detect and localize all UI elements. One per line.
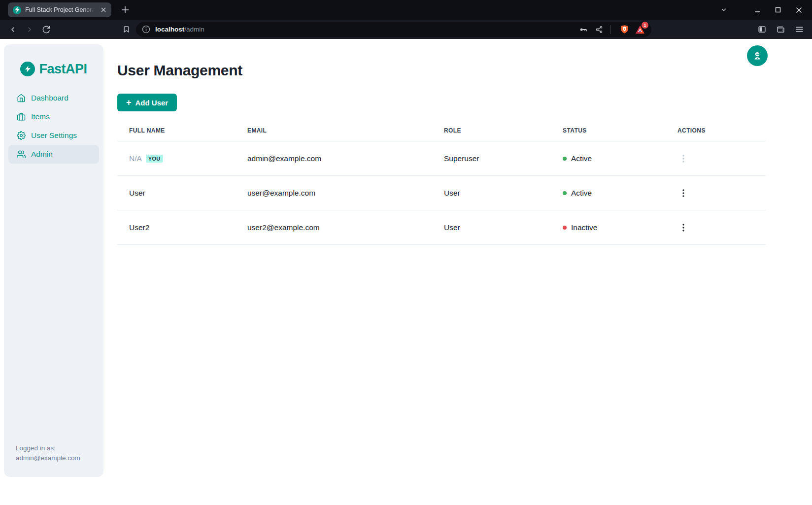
status-dot-active: [563, 157, 567, 161]
user-role: User: [432, 210, 551, 245]
user-menu-button[interactable]: [747, 45, 768, 66]
row-actions-menu-button[interactable]: [677, 186, 689, 200]
fastapi-logo: FastAPI: [4, 59, 103, 79]
logged-in-label: Logged in as:: [16, 443, 92, 453]
site-info-icon[interactable]: [142, 25, 150, 34]
tab-close-icon[interactable]: [100, 6, 107, 14]
user-full-name: User2: [117, 210, 236, 245]
status-dot-active: [563, 191, 567, 195]
home-icon: [17, 94, 26, 102]
brave-rewards-icon[interactable]: 1: [634, 23, 646, 36]
forward-button[interactable]: [23, 23, 36, 36]
wallet-icon[interactable]: [774, 23, 787, 36]
users-icon: [17, 150, 26, 159]
sidebar-item-label: Items: [31, 112, 50, 121]
user-role: User: [432, 176, 551, 210]
sidebar-item-dashboard[interactable]: Dashboard: [8, 89, 99, 107]
add-user-button[interactable]: + Add User: [117, 94, 177, 111]
table-row: User user@example.com User Active: [117, 176, 766, 210]
user-email: user2@example.com: [236, 210, 432, 245]
window-maximize-button[interactable]: [772, 3, 784, 16]
url-host: localhost: [155, 26, 184, 33]
table-header-row: FULL NAME EMAIL ROLE STATUS ACTIONS: [117, 127, 766, 141]
table-row: User2 user2@example.com User Inactive: [117, 210, 766, 245]
new-tab-button[interactable]: [118, 3, 132, 17]
user-full-name: N/A: [129, 154, 142, 163]
status-dot-inactive: [563, 226, 567, 230]
browser-tabstrip: Full Stack Project Genera: [0, 0, 812, 20]
col-full-name: FULL NAME: [117, 127, 236, 141]
user-astronaut-icon: [752, 51, 762, 61]
back-button[interactable]: [6, 23, 20, 36]
user-email: user@example.com: [236, 176, 432, 210]
you-badge: YOU: [146, 155, 163, 163]
add-user-label: Add User: [135, 99, 169, 107]
table-row: N/AYOU admin@example.com Superuser Activ…: [117, 141, 766, 176]
logged-in-footer: Logged in as: admin@example.com: [4, 443, 103, 477]
browser-tab[interactable]: Full Stack Project Genera: [8, 2, 111, 17]
bookmark-icon[interactable]: [119, 23, 133, 36]
status-label: Inactive: [571, 223, 597, 232]
col-email: EMAIL: [236, 127, 432, 141]
browser-toolbar: localhost/admin 1: [0, 20, 812, 39]
url-text[interactable]: localhost/admin: [155, 26, 574, 33]
side-panel-icon[interactable]: [755, 23, 769, 36]
status-label: Active: [571, 189, 592, 198]
col-actions: ACTIONS: [666, 127, 766, 141]
col-status: STATUS: [551, 127, 666, 141]
row-actions-menu-button[interactable]: [677, 221, 689, 235]
page-title: User Management: [117, 62, 812, 79]
sidebar-item-label: User Settings: [31, 131, 77, 140]
menu-hamburger-icon[interactable]: [792, 23, 806, 36]
sidebar-item-label: Dashboard: [31, 94, 68, 102]
user-full-name: User: [117, 176, 236, 210]
toolbar-divider: [610, 25, 611, 34]
logo-text: FastAPI: [39, 62, 87, 77]
sidebar: FastAPI Dashboard Items User Settings Ad…: [4, 44, 103, 477]
password-key-icon[interactable]: [577, 23, 590, 36]
brave-shield-icon[interactable]: [618, 23, 631, 36]
col-role: ROLE: [432, 127, 551, 141]
sidebar-nav: Dashboard Items User Settings Admin: [4, 89, 103, 164]
fastapi-favicon-icon: [13, 6, 21, 14]
main-content: User Management + Add User FULL NAME EMA…: [103, 39, 812, 245]
sidebar-item-label: Admin: [31, 150, 53, 159]
plus-icon: +: [126, 98, 132, 107]
rewards-count-badge: 1: [642, 22, 648, 29]
reload-button[interactable]: [39, 23, 53, 36]
sidebar-item-user-settings[interactable]: User Settings: [8, 126, 99, 145]
user-email: admin@example.com: [236, 141, 432, 176]
share-icon[interactable]: [593, 23, 606, 36]
tab-title: Full Stack Project Genera: [25, 6, 96, 13]
window-minimize-button[interactable]: [751, 3, 764, 16]
users-table: FULL NAME EMAIL ROLE STATUS ACTIONS N/AY…: [117, 127, 766, 245]
status-label: Active: [571, 154, 592, 163]
sidebar-item-admin[interactable]: Admin: [8, 145, 99, 164]
url-bar[interactable]: localhost/admin 1: [136, 22, 651, 37]
briefcase-icon: [17, 112, 26, 121]
sidebar-item-items[interactable]: Items: [8, 107, 99, 126]
row-actions-menu-button[interactable]: [677, 152, 689, 166]
url-path: /admin: [184, 26, 204, 33]
user-role: Superuser: [432, 141, 551, 176]
logged-in-email: admin@example.com: [16, 453, 92, 463]
gear-icon: [17, 131, 26, 140]
tab-search-chevron-icon[interactable]: [720, 0, 727, 20]
window-close-button[interactable]: [792, 3, 805, 16]
fastapi-bolt-icon: [20, 62, 35, 76]
page: FastAPI Dashboard Items User Settings Ad…: [0, 39, 812, 505]
